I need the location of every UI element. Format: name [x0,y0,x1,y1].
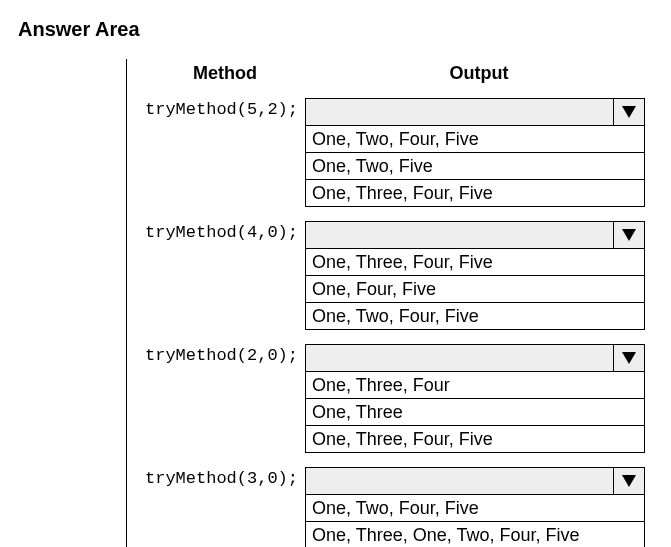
svg-marker-0 [622,106,636,118]
dropdown-option[interactable]: One, Three, Four, Five [306,426,644,452]
dropdown-option[interactable]: One, Three, Four [306,372,644,399]
svg-marker-1 [622,229,636,241]
dropdown-options: One, Three, Four, Five One, Four, Five O… [305,249,645,330]
output-cell: One, Two, Four, Five One, Three, One, Tw… [305,467,653,547]
column-headers: Method Output [145,63,653,84]
dropdown-option[interactable]: One, Three, One, Two, Four, Five [306,522,644,547]
dropdown-option[interactable]: One, Four, Five [306,276,644,303]
header-output: Output [305,63,653,84]
dropdown-option[interactable]: One, Two, Four, Five [306,303,644,329]
output-cell: One, Three, Four, Five One, Four, Five O… [305,221,653,330]
method-call: tryMethod(5,2); [145,98,305,207]
dropdown-option[interactable]: One, Three [306,399,644,426]
method-call: tryMethod(3,0); [145,467,305,547]
dropdown-selected-value [306,222,614,248]
dropdown-options: One, Two, Four, Five One, Three, One, Tw… [305,495,645,547]
dropdown-options: One, Two, Four, Five One, Two, Five One,… [305,126,645,207]
output-dropdown[interactable] [305,467,645,495]
chevron-down-icon[interactable] [614,222,644,248]
answer-row: tryMethod(5,2); One, Two, Four, Five One… [145,98,653,207]
dropdown-option[interactable]: One, Two, Five [306,153,644,180]
svg-marker-2 [622,352,636,364]
answer-row: tryMethod(4,0); One, Three, Four, Five O… [145,221,653,330]
dropdown-option[interactable]: One, Two, Four, Five [306,126,644,153]
dropdown-option[interactable]: One, Three, Four, Five [306,249,644,276]
output-dropdown[interactable] [305,344,645,372]
output-cell: One, Three, Four One, Three One, Three, … [305,344,653,453]
dropdown-selected-value [306,345,614,371]
answer-row: tryMethod(3,0); One, Two, Four, Five One… [145,467,653,547]
output-dropdown[interactable] [305,221,645,249]
answer-row: tryMethod(2,0); One, Three, Four One, Th… [145,344,653,453]
chevron-down-icon[interactable] [614,99,644,125]
dropdown-selected-value [306,99,614,125]
output-cell: One, Two, Four, Five One, Two, Five One,… [305,98,653,207]
header-method: Method [145,63,305,84]
dropdown-option[interactable]: One, Three, Four, Five [306,180,644,206]
output-dropdown[interactable] [305,98,645,126]
dropdown-options: One, Three, Four One, Three One, Three, … [305,372,645,453]
svg-marker-3 [622,475,636,487]
chevron-down-icon[interactable] [614,345,644,371]
answer-area-content: Method Output tryMethod(5,2); One, Two, … [126,59,653,547]
dropdown-selected-value [306,468,614,494]
chevron-down-icon[interactable] [614,468,644,494]
method-call: tryMethod(4,0); [145,221,305,330]
dropdown-option[interactable]: One, Two, Four, Five [306,495,644,522]
page-title: Answer Area [18,18,653,41]
method-call: tryMethod(2,0); [145,344,305,453]
